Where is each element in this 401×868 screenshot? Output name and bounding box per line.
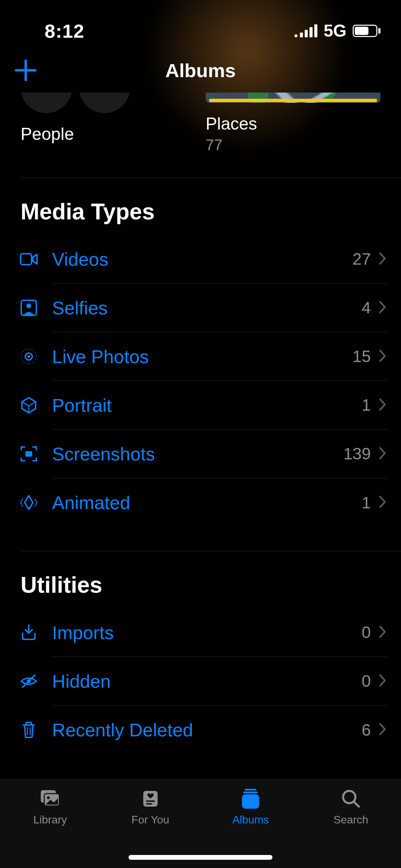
chevron-right-icon (378, 252, 387, 267)
row-label: Animated (52, 492, 362, 513)
library-icon (38, 787, 62, 810)
places-count: 77 (206, 136, 380, 154)
row-count: 6 (362, 721, 371, 739)
row-selfies[interactable]: Selfies 4 (0, 284, 401, 332)
places-label: Places (206, 114, 380, 134)
places-album[interactable]: Places 77 (206, 93, 380, 154)
row-count: 0 (362, 623, 371, 642)
media-types-header: Media Types (0, 178, 401, 235)
row-label: Videos (52, 249, 353, 270)
network-label: 5G (324, 21, 347, 41)
svg-point-4 (27, 355, 30, 358)
cellular-signal-icon (294, 24, 317, 37)
svg-rect-13 (146, 803, 152, 805)
chevron-right-icon (378, 625, 387, 640)
svg-point-10 (47, 796, 50, 799)
content-scroll[interactable]: People Places 77 Media Types Videos 27 (0, 93, 401, 779)
svg-rect-14 (245, 789, 256, 791)
svg-rect-6 (25, 451, 32, 457)
status-bar: 8:12 5G (0, 0, 401, 48)
row-label: Screenshots (52, 443, 343, 465)
tab-label: Library (33, 813, 67, 826)
row-count: 15 (353, 347, 371, 366)
selfie-icon (0, 298, 38, 317)
battery-icon (353, 25, 380, 37)
row-label: Live Photos (52, 346, 353, 367)
for-you-icon (138, 787, 162, 810)
people-places-row: People Places 77 (0, 93, 401, 154)
chevron-right-icon (378, 300, 387, 315)
tab-search[interactable]: Search (301, 787, 401, 868)
row-screenshots[interactable]: Screenshots 139 (0, 430, 401, 478)
chevron-right-icon (378, 398, 387, 413)
chevron-right-icon (378, 674, 387, 689)
row-imports[interactable]: Imports 0 (0, 608, 401, 657)
tab-label: Search (333, 813, 368, 826)
row-count: 139 (343, 444, 371, 463)
people-album[interactable]: People (21, 93, 195, 154)
row-videos[interactable]: Videos 27 (0, 235, 401, 284)
chevron-right-icon (378, 446, 387, 461)
hidden-icon (0, 672, 38, 691)
tab-library[interactable]: Library (0, 787, 100, 868)
tab-label: For You (132, 813, 169, 826)
chevron-right-icon (378, 495, 387, 510)
add-button[interactable] (14, 58, 38, 82)
svg-rect-0 (21, 254, 32, 265)
row-portrait[interactable]: Portrait 1 (0, 381, 401, 430)
tab-bar: Library For You Albums Search (0, 779, 401, 868)
tab-label: Albums (232, 813, 269, 826)
row-recently-deleted[interactable]: Recently Deleted 6 (0, 706, 401, 754)
home-indicator[interactable] (129, 855, 272, 860)
video-icon (0, 250, 38, 269)
plus-icon (14, 58, 38, 82)
status-right: 5G (294, 21, 380, 41)
row-count: 1 (362, 493, 371, 512)
row-label: Selfies (52, 297, 362, 318)
people-label: People (21, 124, 195, 144)
row-count: 4 (362, 298, 371, 317)
svg-rect-16 (242, 794, 259, 809)
row-count: 0 (362, 672, 371, 690)
row-label: Recently Deleted (52, 719, 362, 740)
row-label: Hidden (52, 671, 362, 692)
row-label: Portrait (52, 395, 362, 416)
svg-rect-15 (243, 792, 258, 793)
page-title: Albums (165, 59, 235, 82)
portrait-icon (0, 396, 38, 415)
chevron-right-icon (378, 349, 387, 364)
places-map-thumbnail (206, 93, 380, 103)
media-types-list: Videos 27 Selfies 4 Live Photos 15 (0, 235, 401, 527)
row-count: 27 (353, 250, 371, 268)
search-icon (339, 787, 363, 810)
utilities-list: Imports 0 Hidden 0 Recently Deleted 6 (0, 608, 401, 754)
chevron-right-icon (378, 722, 387, 737)
nav-bar: Albums (0, 48, 401, 93)
row-animated[interactable]: Animated 1 (0, 478, 401, 527)
screenshot-icon (0, 444, 38, 463)
albums-icon (239, 787, 263, 810)
svg-rect-12 (146, 800, 155, 802)
status-time: 8:12 (45, 20, 84, 42)
row-live-photos[interactable]: Live Photos 15 (0, 332, 401, 381)
row-label: Imports (52, 622, 362, 643)
animated-icon (0, 493, 38, 512)
trash-icon (0, 720, 38, 739)
row-hidden[interactable]: Hidden 0 (0, 657, 401, 706)
import-icon (0, 623, 38, 642)
utilities-header: Utilities (0, 551, 401, 608)
row-count: 1 (362, 396, 371, 414)
live-photos-icon (0, 347, 38, 366)
svg-point-2 (26, 303, 31, 308)
